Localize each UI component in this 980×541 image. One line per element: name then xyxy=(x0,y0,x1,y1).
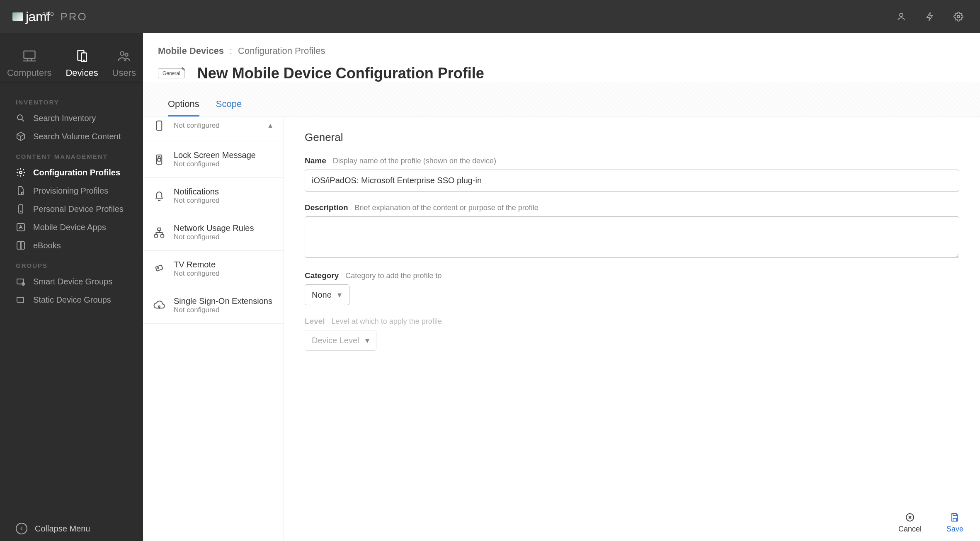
search-icon xyxy=(16,113,26,123)
logo-pro-text: PRO xyxy=(60,10,87,23)
svg-point-22 xyxy=(158,267,159,269)
payload-item-sso-extensions[interactable]: Single Sign-On Extensions Not configured xyxy=(143,287,284,324)
sidebar-tab-devices[interactable]: Devices xyxy=(65,49,98,78)
payload-title: Single Sign-On Extensions xyxy=(174,296,272,306)
payload-item-lock-screen[interactable]: Lock Screen Message Not configured xyxy=(143,141,284,178)
sidebar-nav: INVENTORY Search Inventory Search Volume… xyxy=(0,83,143,516)
sidebar-item-label: Search Volume Content xyxy=(33,132,121,141)
collapse-menu[interactable]: Collapse Menu xyxy=(0,516,143,541)
sidebar-section-inventory: INVENTORY xyxy=(0,91,143,109)
payload-item-notifications[interactable]: Notifications Not configured xyxy=(143,178,284,214)
sidebar-item-config-profiles[interactable]: Configuration Profiles xyxy=(0,163,143,182)
payload-title: TV Remote xyxy=(174,260,220,269)
page-title-row: General New Mobile Device Configuration … xyxy=(143,56,980,82)
field-name: Name Display name of the profile (shown … xyxy=(305,156,959,192)
tab-scope[interactable]: Scope xyxy=(216,95,242,116)
remote-icon xyxy=(153,263,165,275)
sidebar-item-search-volume[interactable]: Search Volume Content xyxy=(0,127,143,146)
payload-sub: Not configured xyxy=(174,233,254,241)
smart-group-icon xyxy=(16,277,26,286)
jamf-logo-icon xyxy=(12,12,23,21)
breadcrumb-root[interactable]: Mobile Devices xyxy=(158,46,224,56)
scroll-up-icon: ▲ xyxy=(267,122,274,129)
sidebar-item-smart-groups[interactable]: Smart Device Groups xyxy=(0,272,143,291)
svg-rect-18 xyxy=(158,228,161,230)
field-level: Level Level at which to apply the profil… xyxy=(305,317,959,351)
form-heading: General xyxy=(305,131,959,144)
sidebar-item-ebooks[interactable]: eBooks xyxy=(0,236,143,255)
field-description: Description Brief explanation of the con… xyxy=(305,203,959,260)
svg-point-12 xyxy=(20,211,21,212)
sidebar-tab-label: Users xyxy=(112,68,136,78)
sidebar-section-groups: GROUPS xyxy=(0,255,143,272)
cancel-label: Cancel xyxy=(898,525,922,534)
profile-general-pill[interactable]: General xyxy=(158,68,185,78)
field-category: Category Category to add the profile to … xyxy=(305,271,959,305)
cube-icon xyxy=(16,131,26,141)
sidebar-item-label: eBooks xyxy=(33,241,61,250)
payload-sub: Not configured xyxy=(174,121,220,130)
name-hint: Display name of the profile (shown on th… xyxy=(333,157,496,165)
logo-divider xyxy=(55,8,55,25)
sidebar-tab-computers[interactable]: Computers xyxy=(7,49,52,78)
payload-sub: Not configured xyxy=(174,306,272,314)
svg-point-6 xyxy=(120,52,124,56)
level-value: Device Level xyxy=(312,336,359,345)
payload-list[interactable]: Not configured ▲ Lock Screen Message Not… xyxy=(143,117,284,541)
sidebar-item-label: Static Device Groups xyxy=(33,295,111,305)
svg-point-9 xyxy=(19,171,22,174)
breadcrumb-separator: : xyxy=(230,46,232,56)
lock-screen-icon xyxy=(153,153,165,166)
top-header: PRO jamf PRO xyxy=(0,0,980,33)
level-select[interactable]: Device Level ▾ xyxy=(305,330,376,351)
svg-point-5 xyxy=(83,60,84,61)
sidebar-item-search-inventory[interactable]: Search Inventory xyxy=(0,109,143,127)
payload-item-tv-remote[interactable]: TV Remote Not configured xyxy=(143,251,284,287)
sidebar-item-label: Personal Device Profiles xyxy=(33,204,124,214)
page-title: New Mobile Device Configuration Profile xyxy=(197,65,484,82)
tabstrip: Options Scope xyxy=(143,82,980,117)
name-input[interactable] xyxy=(305,170,959,192)
payload-title: Lock Screen Message xyxy=(174,150,256,160)
gear-icon[interactable] xyxy=(953,12,963,22)
sidebar-item-static-groups[interactable]: Static Device Groups xyxy=(0,291,143,309)
name-label: Name xyxy=(305,156,326,165)
arrow-left-icon xyxy=(16,523,27,534)
sidebar-item-mobile-apps[interactable]: Mobile Device Apps xyxy=(0,218,143,236)
sidebar-item-personal-device[interactable]: Personal Device Profiles xyxy=(0,200,143,218)
sidebar-item-provisioning[interactable]: Provisioning Profiles xyxy=(0,182,143,200)
level-hint: Level at which to apply the profile xyxy=(332,317,442,326)
svg-point-7 xyxy=(125,53,128,56)
apps-icon xyxy=(16,222,26,232)
lightning-icon[interactable] xyxy=(925,12,935,22)
tab-options[interactable]: Options xyxy=(168,95,199,116)
svg-rect-17 xyxy=(158,158,161,161)
sidebar-tab-users[interactable]: Users xyxy=(112,49,136,78)
svg-point-1 xyxy=(957,15,960,18)
account-icon[interactable] xyxy=(896,12,906,22)
save-icon xyxy=(950,512,960,522)
level-label: Level xyxy=(305,317,325,326)
cancel-button[interactable]: Cancel xyxy=(898,512,922,534)
category-select[interactable]: None ▾ xyxy=(305,284,349,305)
payload-item-network-usage[interactable]: Network Usage Rules Not configured xyxy=(143,214,284,251)
payload-sub: Not configured xyxy=(174,160,256,168)
description-input[interactable] xyxy=(305,216,959,258)
footer-actions: Cancel Save xyxy=(898,512,963,534)
breadcrumb-current[interactable]: Configuration Profiles xyxy=(238,46,325,56)
sidebar-tab-label: Computers xyxy=(7,68,52,78)
content: Mobile Devices : Configuration Profiles … xyxy=(143,33,980,541)
cloud-key-icon xyxy=(153,299,165,312)
close-circle-icon xyxy=(905,512,915,522)
category-hint: Category to add the profile to xyxy=(345,272,441,280)
sidebar-section-content: CONTENT MANAGEMENT xyxy=(0,146,143,163)
save-button[interactable]: Save xyxy=(946,512,963,534)
category-label: Category xyxy=(305,271,339,280)
svg-rect-15 xyxy=(157,121,162,131)
chevron-down-icon: ▾ xyxy=(365,335,369,345)
breadcrumb: Mobile Devices : Configuration Profiles xyxy=(143,33,980,56)
sidebar-item-label: Mobile Device Apps xyxy=(33,223,106,232)
svg-rect-21 xyxy=(155,265,163,271)
payload-sub: Not configured xyxy=(174,197,220,205)
payload-item[interactable]: Not configured ▲ xyxy=(143,117,284,141)
